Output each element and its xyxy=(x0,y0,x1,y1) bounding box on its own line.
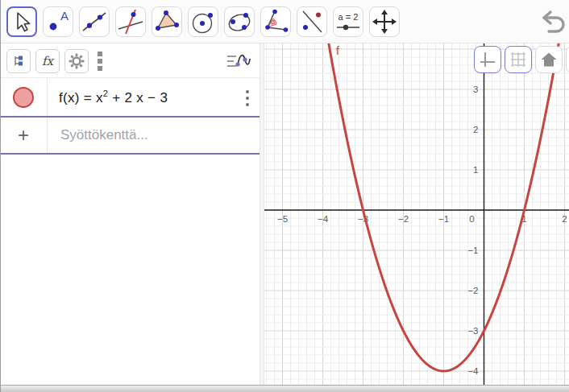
svg-text:−3: −3 xyxy=(467,326,478,336)
tool-point-button[interactable]: A xyxy=(43,6,73,37)
svg-text:−1: −1 xyxy=(467,246,478,255)
add-input-icon: + xyxy=(18,126,29,145)
move-graphics-icon xyxy=(372,9,397,35)
tool-line-button[interactable] xyxy=(79,6,110,37)
algebra-panel: fx xyxy=(0,43,260,385)
svg-text:2: 2 xyxy=(473,125,478,134)
algebra-tree-view-button[interactable] xyxy=(6,49,31,73)
gear-icon xyxy=(67,52,86,71)
toolbar: A xyxy=(0,0,569,43)
algebra-row-gutter xyxy=(0,78,48,116)
tool-conic-button[interactable] xyxy=(224,6,255,37)
home-icon xyxy=(539,50,559,69)
standard-view-home-button[interactable] xyxy=(535,46,563,73)
tool-circle-button[interactable] xyxy=(188,6,218,37)
svg-text:0: 0 xyxy=(469,214,474,224)
axes-icon xyxy=(478,50,497,69)
tool-move-button[interactable] xyxy=(6,6,37,37)
slider-label: a = 2 xyxy=(338,13,359,22)
function-plot[interactable]: −5−4−3−2−1012321−1−2−3−4f xyxy=(264,43,569,385)
svg-text:−2: −2 xyxy=(398,214,409,224)
settings-button[interactable] xyxy=(64,49,89,73)
visibility-toggle-f[interactable] xyxy=(13,87,34,108)
perpendicular-line-icon xyxy=(117,8,144,35)
equation-f: f(x) = x2 + 2 x − 3 xyxy=(59,89,168,106)
svg-text:−4: −4 xyxy=(318,214,329,224)
algebra-stylebar-button[interactable] xyxy=(226,50,251,72)
zoom-menu-button[interactable] xyxy=(566,46,569,73)
angle-icon xyxy=(262,8,289,35)
equation-cell[interactable]: f(x) = x2 + 2 x − 3 xyxy=(48,78,260,116)
tool-reflect-button[interactable] xyxy=(297,6,327,37)
curve-label-f: f xyxy=(336,44,339,57)
undo-icon xyxy=(542,10,566,35)
polygon-icon xyxy=(153,8,181,35)
grid-icon xyxy=(509,50,528,69)
svg-text:2: 2 xyxy=(562,214,567,224)
input-row-gutter: + xyxy=(0,118,48,153)
algebra-input-field[interactable] xyxy=(59,126,239,144)
algebra-input-row[interactable]: + xyxy=(0,118,260,155)
sort-and-curve-icon xyxy=(226,50,251,72)
kebab-menu-icon xyxy=(98,52,102,71)
graphics-view[interactable]: −5−4−3−2−1012321−1−2−3−4f xyxy=(264,43,569,385)
bottom-scrollbar-strip xyxy=(0,385,569,392)
slider-track-icon xyxy=(336,23,360,31)
tool-move-graphics-button[interactable] xyxy=(369,6,400,37)
tool-slider-button[interactable]: a = 2 xyxy=(333,6,363,37)
algebra-more-menu-button[interactable] xyxy=(92,49,108,73)
point-label: A xyxy=(60,9,69,23)
svg-text:−5: −5 xyxy=(277,214,288,224)
conic-ellipse-icon xyxy=(226,8,253,35)
cursor-arrow-icon xyxy=(11,10,32,33)
tree-view-icon xyxy=(11,54,26,68)
toggle-grid-button[interactable] xyxy=(505,46,532,73)
function-tools-button[interactable]: fx xyxy=(35,49,60,73)
svg-text:−4: −4 xyxy=(467,366,479,376)
line-icon xyxy=(81,8,108,35)
toggle-axes-button[interactable] xyxy=(474,46,501,73)
tool-angle-button[interactable]: α xyxy=(260,6,291,37)
algebra-header: fx xyxy=(0,43,260,78)
reflect-about-line-icon xyxy=(298,8,326,35)
fx-icon: fx xyxy=(42,54,53,68)
svg-text:−2: −2 xyxy=(467,286,478,295)
row-context-menu-button[interactable] xyxy=(240,87,255,109)
svg-text:1: 1 xyxy=(473,165,478,175)
tool-perpendicular-line-button[interactable] xyxy=(115,6,146,37)
angle-label: α xyxy=(271,18,275,26)
svg-text:−1: −1 xyxy=(438,214,449,224)
svg-text:3: 3 xyxy=(473,85,478,94)
algebra-row-f[interactable]: f(x) = x2 + 2 x − 3 xyxy=(0,78,260,118)
undo-button[interactable] xyxy=(542,10,566,35)
tool-polygon-button[interactable] xyxy=(152,6,182,37)
window-left-edge xyxy=(0,0,1,392)
circle-icon xyxy=(189,8,217,35)
